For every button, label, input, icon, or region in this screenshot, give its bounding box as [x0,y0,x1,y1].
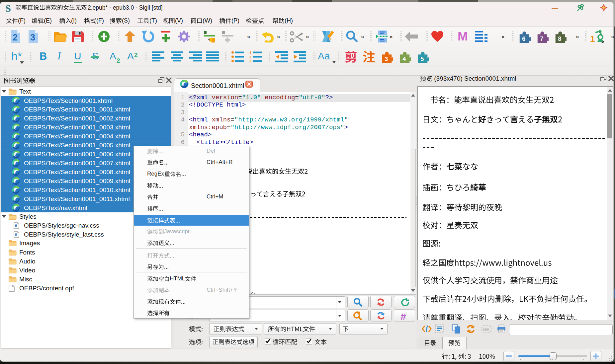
svg-text:3: 3 [385,56,388,62]
svg-text:2: 2 [13,33,18,42]
svg-text:#: # [15,224,17,228]
svg-text:3: 3 [249,59,251,62]
svg-text:css: css [483,327,489,331]
svg-text:7: 7 [540,36,543,42]
svg-text:1: 1 [590,34,595,43]
svg-text:3: 3 [30,33,35,42]
svg-text:2: 2 [249,55,251,59]
svg-text:8: 8 [558,36,561,42]
svg-text:4: 4 [402,56,406,62]
svg-text:#: # [15,233,17,237]
svg-text:1: 1 [249,51,251,55]
svg-text:S: S [5,4,11,13]
svg-text:6: 6 [522,36,525,42]
svg-text:5: 5 [420,56,424,62]
